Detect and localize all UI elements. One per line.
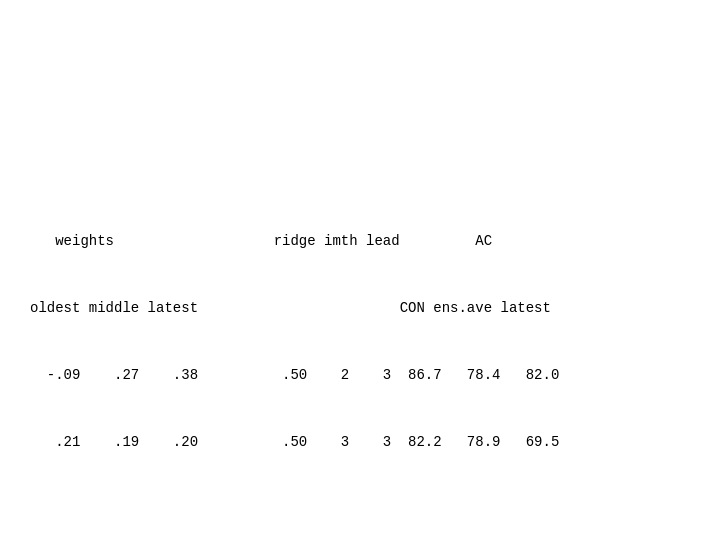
data-row-1: -.09 .27 .38 .50 2 3 86.7 78.4 82.0 [30,364,559,386]
header-row-1: weights ridge imth lead AC [30,230,559,252]
header-row-2: oldest middle latest CON ens.ave latest [30,297,559,319]
data-row-2: .21 .19 .20 .50 3 3 82.2 78.9 69.5 [30,431,559,453]
data-table: weights ridge imth lead AC oldest middle… [30,185,559,476]
